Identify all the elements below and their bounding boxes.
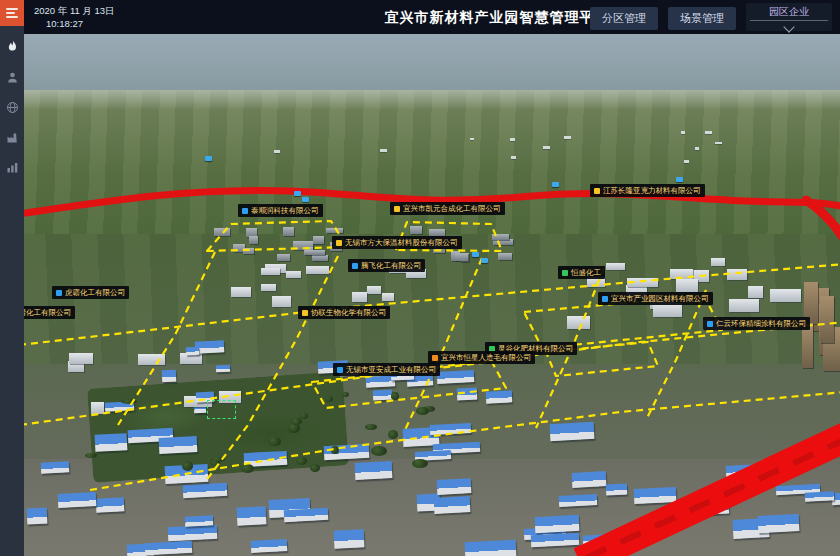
company-marker-icon bbox=[336, 240, 342, 246]
company-label-text: 无锡市方大保温材料股份有限公司 bbox=[345, 236, 458, 249]
scene-management-button[interactable]: 场景管理 bbox=[668, 7, 736, 30]
vehicle-icon[interactable] bbox=[294, 191, 301, 196]
vehicle-icon[interactable] bbox=[676, 177, 683, 182]
flame-icon[interactable] bbox=[0, 38, 24, 56]
dropdown-label: 园区企业 bbox=[769, 5, 809, 19]
company-label[interactable]: 腾飞化工有限公司 bbox=[348, 259, 425, 272]
company-marker-icon bbox=[337, 367, 343, 373]
vehicle-icon[interactable] bbox=[472, 252, 479, 257]
company-label-text: 宜兴市产业园区材料有限公司 bbox=[611, 292, 709, 305]
company-marker-icon bbox=[602, 296, 608, 302]
roads-layer bbox=[24, 34, 840, 556]
company-label[interactable]: 泰顺润科技有限公司 bbox=[238, 204, 323, 217]
page-title: 宜兴市新材料产业园智慧管理平台 bbox=[385, 9, 610, 27]
company-marker-icon bbox=[56, 290, 62, 296]
company-label[interactable]: 协联生物化学有限公司 bbox=[298, 306, 390, 319]
vehicle-icon[interactable] bbox=[552, 182, 559, 187]
company-marker-icon bbox=[594, 188, 600, 194]
company-label[interactable]: 宏清化工有限公司 bbox=[24, 306, 75, 319]
company-label-text: 虎霸化工有限公司 bbox=[65, 286, 125, 299]
company-label[interactable]: 宜兴市恒星人造毛有限公司 bbox=[428, 351, 535, 364]
company-label-text: 恒盛化工 bbox=[571, 266, 601, 279]
red-road-bottom bbox=[580, 436, 840, 556]
chevron-down-icon bbox=[783, 21, 794, 32]
company-label[interactable]: 无锡市亚安成工业有限公司 bbox=[333, 363, 440, 376]
company-marker-icon bbox=[562, 270, 568, 276]
vehicle-icon[interactable] bbox=[302, 197, 309, 202]
header-actions: 分区管理 场景管理 bbox=[590, 7, 736, 30]
company-marker-icon bbox=[242, 208, 248, 214]
selection-box bbox=[207, 400, 236, 419]
company-label[interactable]: 虎霸化工有限公司 bbox=[52, 286, 129, 299]
company-label[interactable]: 江苏长隆亚克力材料有限公司 bbox=[590, 184, 705, 197]
bar-chart-icon[interactable] bbox=[0, 158, 24, 176]
header: 2020 年 11 月 13日 10:18:27 宜兴市新材料产业园智慧管理平台… bbox=[24, 0, 840, 34]
company-marker-icon bbox=[352, 263, 358, 269]
company-label-text: 协联生物化学有限公司 bbox=[311, 306, 386, 319]
company-marker-icon bbox=[302, 310, 308, 316]
park-enterprise-dropdown[interactable]: 园区企业 bbox=[746, 3, 832, 31]
sidebar bbox=[0, 0, 24, 556]
company-label-text: 宜兴市恒星人造毛有限公司 bbox=[441, 351, 531, 364]
globe-icon[interactable] bbox=[0, 98, 24, 116]
company-marker-icon bbox=[707, 321, 713, 327]
company-label-text: 宜兴市凯元合成化工有限公司 bbox=[403, 202, 501, 215]
company-label[interactable]: 恒盛化工 bbox=[558, 266, 605, 279]
factory-icon[interactable] bbox=[0, 128, 24, 146]
map-3d-viewport[interactable]: 泰顺润科技有限公司 宜兴市凯元合成化工有限公司 无锡市方大保温材料股份有限公司 … bbox=[24, 34, 840, 556]
time-text: 10:18:27 bbox=[34, 17, 115, 30]
company-label-text: 无锡市亚安成工业有限公司 bbox=[346, 363, 436, 376]
company-label-text: 腾飞化工有限公司 bbox=[361, 259, 421, 272]
zone-management-button[interactable]: 分区管理 bbox=[590, 7, 658, 30]
smart-park-platform: 2020 年 11 月 13日 10:18:27 宜兴市新材料产业园智慧管理平台… bbox=[0, 0, 840, 556]
vehicle-icon[interactable] bbox=[481, 258, 488, 263]
company-label[interactable]: 仁云环保精细涂料有限公司 bbox=[703, 317, 810, 330]
hamburger-menu-button[interactable] bbox=[0, 0, 24, 26]
company-marker-icon bbox=[432, 355, 438, 361]
company-marker-icon bbox=[394, 206, 400, 212]
company-label[interactable]: 宜兴市产业园区材料有限公司 bbox=[598, 292, 713, 305]
company-label-text: 江苏长隆亚克力材料有限公司 bbox=[603, 184, 701, 197]
company-label-text: 仁云环保精细涂料有限公司 bbox=[716, 317, 806, 330]
company-label-text: 泰顺润科技有限公司 bbox=[251, 204, 319, 217]
vehicle-icon[interactable] bbox=[205, 156, 212, 161]
datetime: 2020 年 11 月 13日 10:18:27 bbox=[34, 4, 115, 30]
date-text: 2020 年 11 月 13日 bbox=[34, 4, 115, 17]
company-label[interactable]: 宜兴市凯元合成化工有限公司 bbox=[390, 202, 505, 215]
company-label-text: 宏清化工有限公司 bbox=[24, 306, 71, 319]
person-icon[interactable] bbox=[0, 68, 24, 86]
company-label[interactable]: 无锡市方大保温材料股份有限公司 bbox=[332, 236, 462, 249]
